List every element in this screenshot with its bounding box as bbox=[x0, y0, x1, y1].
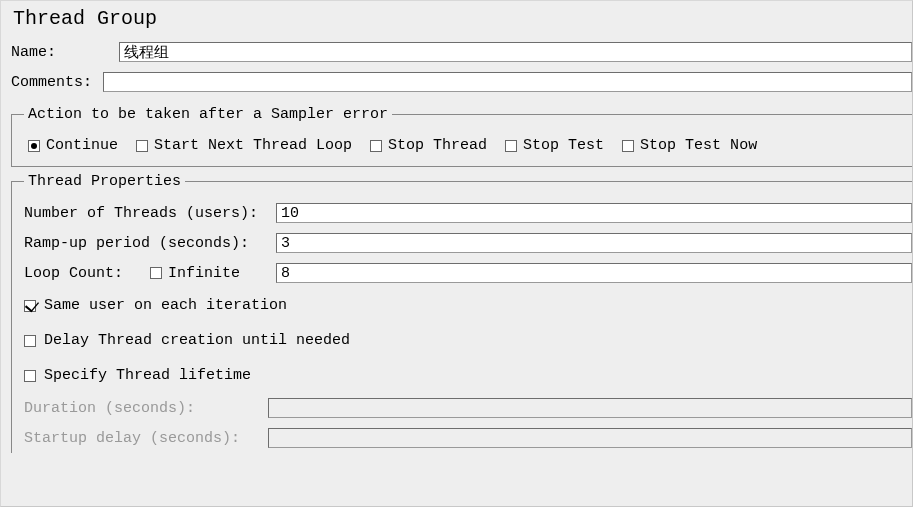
sampler-error-radios: Continue Start Next Thread Loop Stop Thr… bbox=[24, 131, 912, 164]
specify-lifetime-checkbox[interactable]: Specify Thread lifetime bbox=[24, 358, 912, 393]
ramp-up-row: Ramp-up period (seconds): bbox=[24, 228, 912, 258]
ramp-up-input[interactable] bbox=[276, 233, 912, 253]
radio-stop-thread-label: Stop Thread bbox=[388, 137, 487, 154]
num-threads-input[interactable] bbox=[276, 203, 912, 223]
thread-properties-legend: Thread Properties bbox=[24, 173, 185, 190]
startup-delay-row: Startup delay (seconds): bbox=[24, 423, 912, 453]
checkbox-icon bbox=[150, 267, 162, 279]
sampler-error-legend: Action to be taken after a Sampler error bbox=[24, 106, 392, 123]
radio-dot-icon bbox=[370, 140, 382, 152]
checkbox-icon bbox=[24, 370, 36, 382]
panel-title: Thread Group bbox=[11, 5, 912, 40]
same-user-checkbox[interactable]: Same user on each iteration bbox=[24, 288, 912, 323]
startup-delay-label: Startup delay (seconds): bbox=[24, 430, 268, 447]
radio-stop-test-label: Stop Test bbox=[523, 137, 604, 154]
duration-row: Duration (seconds): bbox=[24, 393, 912, 423]
radio-stop-test[interactable]: Stop Test bbox=[505, 137, 604, 154]
loop-infinite-label: Infinite bbox=[168, 265, 240, 282]
delay-creation-label: Delay Thread creation until needed bbox=[44, 332, 350, 349]
radio-dot-icon bbox=[136, 140, 148, 152]
thread-properties-group: Thread Properties Number of Threads (use… bbox=[11, 173, 912, 453]
thread-group-panel: Thread Group Name: Comments: Action to b… bbox=[0, 0, 913, 507]
num-threads-row: Number of Threads (users): bbox=[24, 198, 912, 228]
radio-dot-icon bbox=[505, 140, 517, 152]
radio-stop-test-now[interactable]: Stop Test Now bbox=[622, 137, 757, 154]
radio-continue[interactable]: Continue bbox=[28, 137, 118, 154]
radio-dot-icon bbox=[622, 140, 634, 152]
ramp-up-label: Ramp-up period (seconds): bbox=[24, 235, 276, 252]
radio-start-next-label: Start Next Thread Loop bbox=[154, 137, 352, 154]
name-label: Name: bbox=[11, 44, 119, 61]
checkbox-icon bbox=[24, 335, 36, 347]
loop-count-label: Loop Count: bbox=[24, 265, 150, 282]
same-user-label: Same user on each iteration bbox=[44, 297, 287, 314]
duration-input bbox=[268, 398, 912, 418]
radio-stop-thread[interactable]: Stop Thread bbox=[370, 137, 487, 154]
comments-label: Comments: bbox=[11, 74, 103, 91]
specify-lifetime-label: Specify Thread lifetime bbox=[44, 367, 251, 384]
duration-label: Duration (seconds): bbox=[24, 400, 268, 417]
checkbox-icon bbox=[24, 300, 36, 312]
radio-start-next[interactable]: Start Next Thread Loop bbox=[136, 137, 352, 154]
startup-delay-input bbox=[268, 428, 912, 448]
name-row: Name: bbox=[11, 40, 912, 70]
sampler-error-group: Action to be taken after a Sampler error… bbox=[11, 106, 912, 167]
comments-row: Comments: bbox=[11, 70, 912, 100]
name-input[interactable] bbox=[119, 42, 912, 62]
comments-input[interactable] bbox=[103, 72, 912, 92]
loop-infinite-checkbox[interactable]: Infinite bbox=[150, 265, 276, 282]
radio-stop-test-now-label: Stop Test Now bbox=[640, 137, 757, 154]
num-threads-label: Number of Threads (users): bbox=[24, 205, 276, 222]
radio-continue-label: Continue bbox=[46, 137, 118, 154]
delay-creation-checkbox[interactable]: Delay Thread creation until needed bbox=[24, 323, 912, 358]
radio-dot-icon bbox=[28, 140, 40, 152]
loop-count-input[interactable] bbox=[276, 263, 912, 283]
loop-count-row: Loop Count: Infinite bbox=[24, 258, 912, 288]
